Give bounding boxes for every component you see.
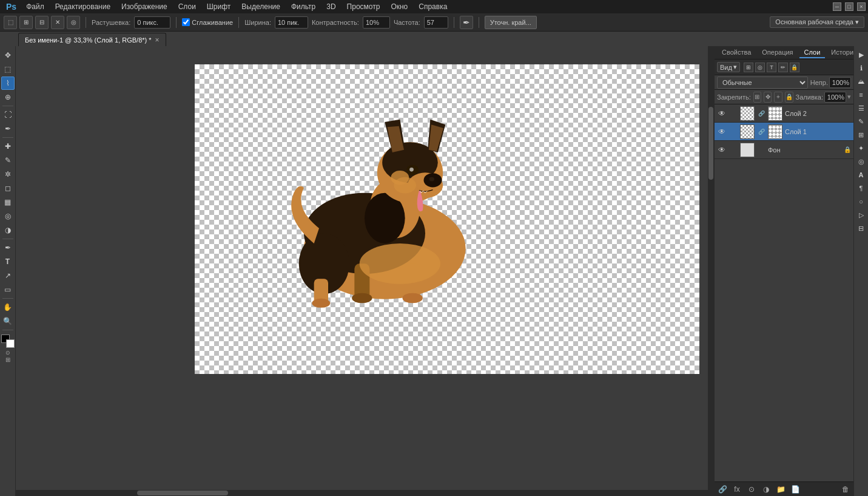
layer-row-1[interactable]: 👁 🔗 Слой 1 bbox=[715, 123, 853, 141]
right-icon-11[interactable]: ○ bbox=[855, 195, 867, 208]
lock-all-btn[interactable]: + bbox=[774, 92, 782, 103]
width-input[interactable] bbox=[275, 16, 308, 29]
menu-image[interactable]: Изображение bbox=[116, 1, 172, 12]
right-icon-8[interactable]: ✦ bbox=[855, 142, 867, 154]
maximize-button[interactable]: □ bbox=[845, 2, 853, 11]
menu-layers[interactable]: Слои bbox=[173, 1, 201, 12]
background-color[interactable] bbox=[6, 339, 15, 348]
menu-view[interactable]: Просмотр bbox=[342, 1, 385, 12]
layer-icon-2[interactable]: ◎ bbox=[755, 63, 765, 72]
tool-option-3[interactable]: ⊟ bbox=[35, 16, 49, 29]
right-icon-A[interactable]: A bbox=[855, 169, 867, 181]
quick-mask-btn[interactable]: ⊙ bbox=[5, 350, 10, 356]
refine-edge-button[interactable]: Уточн. край... bbox=[485, 16, 537, 29]
layer-row-bg[interactable]: 👁 Фон 🔒 bbox=[715, 141, 853, 159]
lock-artboard-btn[interactable]: 🔒 bbox=[785, 92, 793, 103]
menu-edit[interactable]: Редактирование bbox=[50, 1, 115, 12]
contrast-input[interactable] bbox=[363, 16, 390, 29]
tool-option-4[interactable]: ✕ bbox=[51, 16, 64, 29]
canvas[interactable] bbox=[195, 64, 699, 374]
panel-tab-layers[interactable]: Слои bbox=[799, 47, 826, 58]
frequency-input[interactable] bbox=[424, 16, 448, 29]
right-icon-2[interactable]: ℹ bbox=[855, 62, 867, 74]
opacity-input[interactable] bbox=[829, 77, 851, 88]
minimize-button[interactable]: ─ bbox=[833, 2, 841, 11]
blend-mode-dropdown[interactable]: Обычные bbox=[717, 76, 808, 89]
right-icon-3[interactable]: ⛰ bbox=[855, 75, 867, 87]
close-button[interactable]: × bbox=[857, 2, 866, 11]
tool-option-5[interactable]: ◎ bbox=[67, 16, 80, 29]
menu-select[interactable]: Выделение bbox=[237, 1, 285, 12]
brush-btn[interactable]: ✎ bbox=[1, 154, 15, 167]
healing-btn[interactable]: ✚ bbox=[1, 140, 15, 153]
workspace-dropdown[interactable]: Основная рабочая среда ▾ bbox=[770, 16, 864, 28]
menu-window[interactable]: Окно bbox=[386, 1, 412, 12]
horizontal-scrollbar[interactable] bbox=[16, 490, 714, 496]
lock-position-btn[interactable]: ✥ bbox=[764, 92, 772, 103]
right-icon-4[interactable]: ≡ bbox=[855, 89, 867, 101]
tool-option-1[interactable]: ⬚ bbox=[4, 16, 17, 29]
fill-arrow[interactable]: ▾ bbox=[847, 93, 851, 101]
panel-tab-properties[interactable]: Свойства bbox=[717, 47, 756, 58]
vertical-scrollbar[interactable] bbox=[708, 46, 714, 490]
tab-close-button[interactable]: × bbox=[155, 36, 160, 44]
add-group-btn[interactable]: 📁 bbox=[775, 484, 786, 495]
layer-eye-bg[interactable]: 👁 bbox=[717, 145, 727, 155]
add-style-btn[interactable]: fx bbox=[732, 484, 742, 495]
menu-file[interactable]: Файл bbox=[21, 1, 49, 12]
document-tab[interactable]: Без имени-1 @ 33,3% (Слой 1, RGB/8*) * × bbox=[18, 33, 166, 46]
right-icon-1[interactable]: ▶ bbox=[855, 49, 867, 61]
pen-tool-btn[interactable]: ✒ bbox=[1, 241, 15, 254]
text-tool-btn[interactable]: T bbox=[1, 255, 15, 268]
crop-tool-btn[interactable]: ⛶ bbox=[1, 108, 15, 121]
right-icon-6[interactable]: ✎ bbox=[855, 115, 867, 127]
eraser-btn[interactable]: ◻ bbox=[1, 182, 15, 195]
eyedropper-btn[interactable]: ✒ bbox=[1, 122, 15, 135]
tool-option-2[interactable]: ⊞ bbox=[19, 16, 33, 29]
right-icon-13[interactable]: ⊟ bbox=[855, 222, 867, 234]
antialiasing-check[interactable]: Сглаживание bbox=[182, 18, 233, 26]
pen-icon[interactable]: ✒ bbox=[460, 16, 473, 29]
layer-icon-3[interactable]: T bbox=[767, 63, 776, 72]
add-mask-btn[interactable]: ⊙ bbox=[746, 484, 757, 495]
panel-tab-operations[interactable]: Операция bbox=[757, 47, 798, 58]
fill-input[interactable] bbox=[824, 92, 846, 103]
right-icon-5[interactable]: ☰ bbox=[855, 102, 867, 114]
scrollbar-thumb-v[interactable] bbox=[708, 107, 713, 180]
clone-btn[interactable]: ✲ bbox=[1, 168, 15, 181]
move-tool-btn[interactable]: ✥ bbox=[1, 49, 15, 62]
right-icon-9[interactable]: ◎ bbox=[855, 155, 867, 168]
right-icon-12[interactable]: ▷ bbox=[855, 209, 867, 221]
view-dropdown[interactable]: Вид ▾ bbox=[717, 62, 740, 72]
quick-select-btn[interactable]: ⊕ bbox=[1, 90, 15, 104]
menu-filter[interactable]: Фильтр bbox=[286, 1, 320, 12]
screen-mode-btn[interactable]: ⊞ bbox=[5, 356, 10, 363]
blur-btn[interactable]: ◎ bbox=[1, 209, 15, 223]
right-icon-para[interactable]: ¶ bbox=[855, 182, 867, 194]
layer-icon-4[interactable]: ✏ bbox=[778, 63, 788, 72]
hand-tool-btn[interactable]: ✋ bbox=[1, 301, 15, 314]
feather-input[interactable] bbox=[134, 16, 170, 29]
lock-pixels-btn[interactable]: ⊞ bbox=[753, 92, 761, 103]
marquee-tool-btn[interactable]: ⬚ bbox=[1, 63, 15, 76]
new-layer-btn[interactable]: 📄 bbox=[790, 484, 801, 495]
layer-eye-1[interactable]: 👁 bbox=[717, 127, 727, 137]
lasso-tool-btn[interactable]: ⌇ bbox=[1, 76, 15, 90]
path-select-btn[interactable]: ↗ bbox=[1, 269, 15, 282]
layer-eye-2[interactable]: 👁 bbox=[717, 109, 727, 118]
right-icon-7[interactable]: ⊞ bbox=[855, 129, 867, 141]
layer-icon-5[interactable]: 🔒 bbox=[790, 63, 799, 72]
menu-font[interactable]: Шрифт bbox=[202, 1, 235, 12]
scrollbar-thumb-h[interactable] bbox=[137, 491, 228, 495]
add-adjustment-btn[interactable]: ◑ bbox=[761, 484, 772, 495]
dodge-btn[interactable]: ◑ bbox=[1, 223, 15, 237]
menu-3d[interactable]: 3D bbox=[321, 1, 340, 12]
zoom-tool-btn[interactable]: 🔍 bbox=[1, 314, 15, 328]
layer-row-2[interactable]: 👁 🔗 Слой 2 bbox=[715, 104, 853, 123]
layer-icon-1[interactable]: ⊞ bbox=[744, 63, 753, 72]
menu-help[interactable]: Справка bbox=[414, 1, 452, 12]
link-layers-btn[interactable]: 🔗 bbox=[717, 484, 728, 495]
delete-layer-btn[interactable]: 🗑 bbox=[840, 484, 851, 495]
antialiasing-checkbox[interactable] bbox=[182, 18, 190, 26]
shape-tool-btn[interactable]: ▭ bbox=[1, 283, 15, 296]
